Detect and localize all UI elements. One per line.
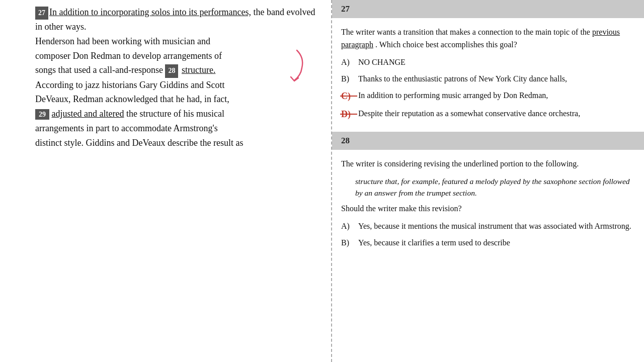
passage-line-6: DeVeaux, Redman acknowledged that he had… <box>35 92 316 107</box>
q28-header: 28 <box>332 132 644 150</box>
q27-body-text: The writer wants a transition that makes… <box>341 28 590 36</box>
q27-choice-c[interactable]: C) In addition to performing music arran… <box>341 89 635 103</box>
q28-choice-b-text: Yes, because it clarifies a term used to… <box>358 237 635 248</box>
questions-panel: 27 The writer wants a transition that ma… <box>332 0 644 362</box>
passage-line-2: Henderson had been working with musician… <box>35 34 316 49</box>
q27-body-end: . Which choice best accomplishes this go… <box>375 40 517 49</box>
q28-underline-text: structure. <box>182 65 215 75</box>
q28-choice-b-label: B) <box>341 237 358 248</box>
q28-choice-a[interactable]: A) Yes, because it mentions the musical … <box>341 220 635 232</box>
q27-choice-d-text: Despite their reputation as a somewhat c… <box>358 108 635 119</box>
q27-body: The writer wants a transition that makes… <box>332 18 644 132</box>
q29-underline-text: adjusted and altered <box>52 109 124 119</box>
q29-badge: 29 <box>35 109 49 120</box>
q28-intro: The writer is considering revising the u… <box>341 158 635 170</box>
q28-choice-a-label: A) <box>341 220 358 232</box>
q28-block-quote: structure that, for example, featured a … <box>355 175 635 199</box>
q27-choice-c-text: In addition to performing music arranged… <box>358 89 635 101</box>
passage-panel: 27In addition to incorporating solos int… <box>0 0 332 362</box>
question-28-block: 28 The writer is considering revising th… <box>332 132 644 259</box>
q27-choice-d-label: D) <box>341 108 358 121</box>
passage-line-8: arrangements in part to accommodate Arms… <box>35 121 316 136</box>
q27-choice-c-label: C) <box>341 89 358 103</box>
q27-choice-a[interactable]: A) NO CHANGE <box>341 56 635 68</box>
passage-line-3: composer Don Redman to develop arrangeme… <box>35 49 316 63</box>
d-strikethrough <box>340 110 357 119</box>
q27-choice-a-text: NO CHANGE <box>358 56 635 68</box>
passage-line-5: According to jazz historians Gary Giddin… <box>35 78 316 93</box>
passage-text: 27In addition to incorporating solos int… <box>15 5 316 150</box>
passage-line-4-pre: songs that used a call-and-response <box>35 65 165 75</box>
q28-body: The writer is considering revising the u… <box>332 150 644 259</box>
q27-prompt: The writer wants a transition that makes… <box>341 26 635 51</box>
passage-line-4: songs that used a call-and-response 28 s… <box>35 63 316 77</box>
q27-header: 27 <box>332 0 644 18</box>
c-strikethrough <box>340 92 357 101</box>
question-27-block: 27 The writer wants a transition that ma… <box>332 0 644 132</box>
passage-paragraph-1: 27In addition to incorporating solos int… <box>35 5 316 34</box>
q27-choice-b-label: B) <box>341 73 358 84</box>
q27-choice-d[interactable]: D) Despite their reputation as a somewha… <box>341 108 635 121</box>
q28-question: Should the writer make this revision? <box>341 203 635 215</box>
q27-underline-text: In addition to incorporating solos into … <box>49 7 251 17</box>
q27-badge: 27 <box>35 7 48 20</box>
q28-choice-b[interactable]: B) Yes, because it clarifies a term used… <box>341 237 635 248</box>
q28-badge: 28 <box>165 64 178 77</box>
q27-choice-b[interactable]: B) Thanks to the enthusiastic patrons of… <box>341 73 635 84</box>
q27-choice-a-label: A) <box>341 56 358 68</box>
passage-line-7: 29 adjusted and altered the structure of… <box>35 107 316 121</box>
passage-line-9: distinct style. Giddins and DeVeaux desc… <box>35 136 316 150</box>
passage-line-7-rest: the structure of his musical <box>124 109 224 119</box>
q28-choice-a-text: Yes, because it mentions the musical ins… <box>358 220 635 232</box>
q27-choice-b-text: Thanks to the enthusiastic patrons of Ne… <box>358 73 635 84</box>
